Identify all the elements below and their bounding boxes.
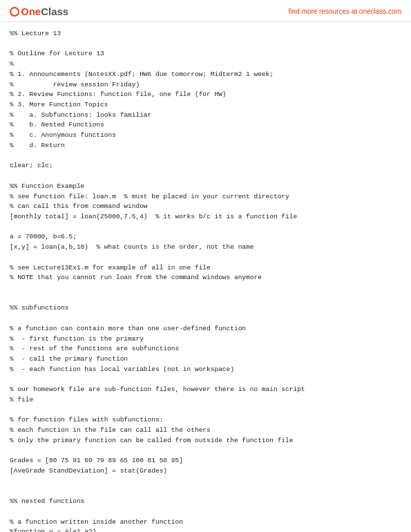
logo-class: Class (41, 6, 68, 17)
logo-circle-icon (10, 7, 19, 17)
code-content: %% Lecture 13 % Outline for Lecture 13 %… (0, 22, 411, 532)
logo-one: One (21, 6, 41, 17)
header-link: find more resources at oneclass.com (289, 8, 401, 15)
logo: OneClass (10, 6, 68, 17)
header: OneClass find more resources at oneclass… (0, 0, 411, 22)
